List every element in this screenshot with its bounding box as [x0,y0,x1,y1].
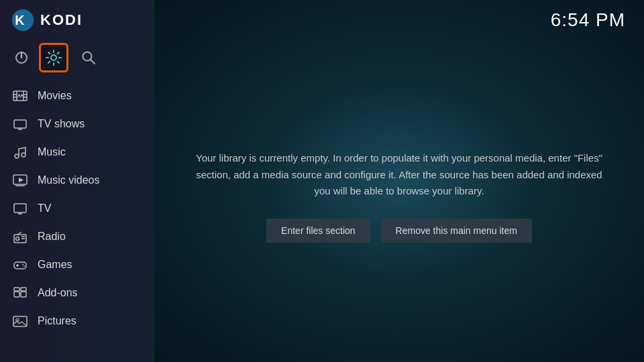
music-icon [12,144,28,160]
tv-shows-icon [12,116,28,132]
svg-point-19 [15,154,19,158]
svg-rect-37 [14,292,19,297]
enter-files-button[interactable]: Enter files section [266,219,370,243]
sidebar-item-games[interactable]: Games [0,251,154,279]
radio-label: Radio [38,231,66,243]
games-icon [12,257,28,273]
add-ons-icon [12,285,28,301]
svg-rect-16 [14,120,26,128]
app-title: KODI [40,11,83,29]
movies-icon [12,88,28,104]
pictures-icon [12,313,28,329]
svg-marker-22 [19,178,23,182]
svg-rect-41 [13,316,27,326]
nav-list: Movies TV shows Music [0,82,154,335]
sidebar-item-add-ons[interactable]: Add-ons [0,279,154,307]
action-buttons: Enter files section Remove this main men… [266,219,532,243]
sidebar-item-radio[interactable]: Radio [0,223,154,251]
add-ons-label: Add-ons [38,287,78,299]
svg-rect-32 [14,262,26,269]
tv-label: TV [38,202,51,215]
settings-button[interactable] [39,43,68,72]
sidebar-item-movies[interactable]: Movies [0,82,154,110]
svg-point-20 [21,153,25,157]
music-videos-label: Music videos [38,174,99,186]
sidebar: K KODI [0,0,154,362]
sidebar-icon-row [0,39,154,82]
svg-point-42 [16,318,19,321]
svg-point-35 [22,264,23,265]
svg-text:K: K [15,13,25,27]
music-label: Music [38,146,66,158]
radio-icon [12,229,28,245]
power-button[interactable] [11,47,32,68]
tv-shows-label: TV shows [38,118,85,130]
svg-rect-39 [14,288,19,291]
svg-rect-38 [21,292,26,297]
svg-point-4 [51,55,56,60]
empty-library-message: Your library is currently empty. In orde… [195,150,604,200]
sidebar-item-music[interactable]: Music [0,138,154,166]
sidebar-item-tv[interactable]: TV [0,194,154,223]
clock-display: 6:54 PM [551,9,625,31]
svg-point-28 [16,237,19,241]
sidebar-item-music-videos[interactable]: Music videos [0,166,154,194]
games-label: Games [38,259,72,271]
tv-icon [12,200,28,217]
remove-menu-button[interactable]: Remove this main menu item [381,219,532,243]
main-content: 6:54 PM Your library is currently empty.… [154,0,644,362]
svg-rect-24 [14,204,26,213]
movies-label: Movies [38,90,72,102]
sidebar-item-pictures[interactable]: Pictures [0,307,154,335]
svg-rect-40 [21,288,26,291]
search-button[interactable] [78,47,99,68]
top-bar: 6:54 PM [154,0,644,31]
svg-point-36 [23,265,25,267]
kodi-logo-icon: K [11,8,35,32]
svg-line-6 [91,60,95,64]
sidebar-header: K KODI [0,0,154,39]
pictures-label: Pictures [38,315,76,327]
content-area: Your library is currently empty. In orde… [154,31,644,362]
sidebar-item-tv-shows[interactable]: TV shows [0,110,154,138]
svg-rect-7 [13,91,27,101]
music-videos-icon [12,172,28,188]
